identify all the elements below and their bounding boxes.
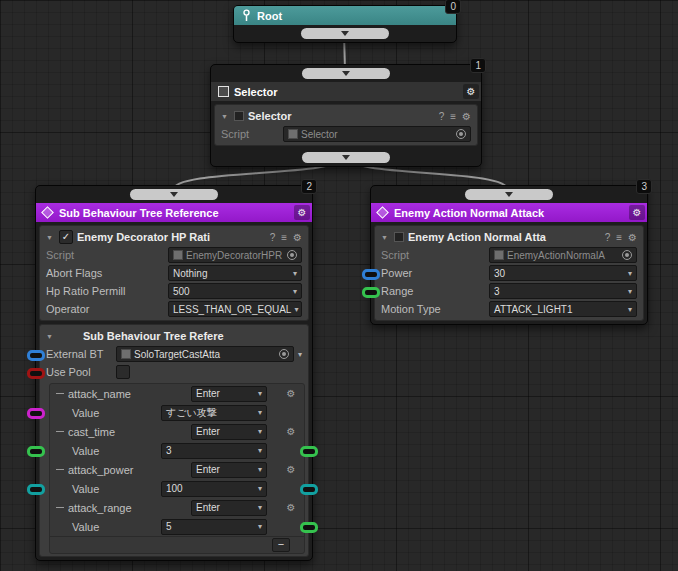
gear-icon[interactable]: ⚙ (287, 388, 296, 399)
use-pool-input-port[interactable] (27, 368, 45, 379)
node-root-titlebar[interactable]: Root (234, 6, 456, 25)
use-pool-checkbox[interactable] (116, 365, 130, 379)
object-picker-icon[interactable] (622, 250, 632, 260)
external-bt-row: External BT SoloTargetCastAtta ▾ (40, 345, 308, 363)
abort-flags-label: Abort Flags (46, 267, 164, 279)
node-root[interactable]: 0 Root (233, 5, 457, 43)
variable-value-row: Value 3 ▾ (50, 441, 304, 460)
gear-icon: ⚙ (467, 86, 476, 97)
reference-title: Sub Behaviour Tree Refere (83, 330, 302, 342)
variable-name: cast_time (68, 426, 187, 438)
external-bt-input-port[interactable] (27, 350, 45, 361)
variable-mode-dropdown[interactable]: Enter ▾ (191, 386, 267, 402)
variable-mode-value: Enter (196, 388, 220, 399)
remove-variable-button[interactable]: − (272, 538, 290, 552)
help-icon[interactable]: ? (605, 232, 611, 243)
graph-canvas[interactable]: 0 Root 1 Selector ⚙ ▼ Selector (0, 0, 678, 571)
power-input-port[interactable] (362, 269, 380, 280)
cast-time-value-input-port[interactable] (27, 446, 45, 457)
node-subtree-titlebar[interactable]: Sub Behaviour Tree Reference ⚙ (36, 203, 312, 222)
selector-inspector-header[interactable]: ▼ Selector ? ≡ ⚙ (215, 107, 477, 125)
dropdown-arrow-icon: ▾ (258, 522, 262, 531)
variable-mode-dropdown[interactable]: Enter ▾ (191, 424, 267, 440)
foldout-icon[interactable]: ▼ (46, 333, 55, 340)
script-row: Script Selector (215, 125, 477, 143)
hp-ratio-value: 500 (173, 286, 190, 297)
node-root-output-port[interactable] (301, 28, 389, 39)
node-attack-input-port[interactable] (465, 189, 553, 200)
node-attack-titlebar[interactable]: Enemy Action Normal Attack ⚙ (371, 203, 647, 222)
node-sub-behaviour-tree[interactable]: 2 Sub Behaviour Tree Reference ⚙ ▼ ✓ (35, 185, 313, 561)
abort-flags-dropdown[interactable]: Nothing ▾ (168, 265, 302, 281)
variable-mode-dropdown[interactable]: Enter ▾ (191, 500, 267, 516)
node-selector-titlebar[interactable]: Selector ⚙ (211, 82, 481, 101)
variable-mode-value: Enter (196, 464, 220, 475)
gear-icon[interactable]: ⚙ (628, 232, 637, 243)
foldout-icon[interactable]: ▼ (381, 234, 390, 241)
node-enemy-action-normal-attack[interactable]: 3 Enemy Action Normal Attack ⚙ ▼ Enemy A… (370, 185, 648, 325)
external-bt-field[interactable]: SoloTargetCastAtta (116, 346, 294, 362)
gear-icon[interactable]: ⚙ (287, 502, 296, 513)
dropdown-arrow-icon[interactable]: ▾ (298, 350, 302, 359)
node-settings-button[interactable]: ⚙ (629, 205, 645, 220)
dropdown-arrow-icon: ▾ (628, 287, 632, 296)
foldout-icon[interactable]: ▼ (221, 113, 230, 120)
gear-icon[interactable]: ⚙ (293, 232, 302, 243)
range-field[interactable]: 3 ▾ (489, 283, 637, 299)
dash-icon (56, 507, 64, 508)
reference-header-row[interactable]: ▼ Sub Behaviour Tree Refere (40, 327, 308, 345)
dash-icon (56, 469, 64, 470)
gear-icon[interactable]: ⚙ (287, 464, 296, 475)
foldout-icon[interactable]: ▼ (46, 234, 55, 241)
object-picker-icon[interactable] (456, 129, 466, 139)
dropdown-arrow-icon: ▾ (258, 446, 262, 455)
enabled-checkbox[interactable]: ✓ (59, 230, 73, 244)
range-input-port[interactable] (362, 287, 380, 298)
attack-name-value-input-port[interactable] (27, 408, 45, 419)
attack-power-value-input-port[interactable] (27, 484, 45, 495)
object-picker-icon[interactable] (279, 349, 289, 359)
variable-mode-dropdown[interactable]: Enter ▾ (191, 462, 267, 478)
dropdown-arrow-icon: ▾ (294, 305, 298, 314)
dropdown-arrow-icon: ▾ (258, 465, 262, 474)
dropdown-arrow-icon: ▾ (258, 389, 262, 398)
variable-value-field[interactable]: 3 ▾ (161, 443, 267, 459)
help-icon[interactable]: ? (439, 111, 445, 122)
motion-type-dropdown[interactable]: ATTACK_LIGHT1 ▾ (489, 301, 637, 317)
gear-icon[interactable]: ⚙ (462, 111, 471, 122)
presets-icon[interactable]: ≡ (616, 232, 622, 243)
attack-header-row[interactable]: ▼ Enemy Action Normal Atta ? ≡ ⚙ (375, 228, 643, 246)
attack-range-value-output-port[interactable] (300, 522, 318, 533)
attack-power-value-output-port[interactable] (300, 484, 318, 495)
dropdown-arrow-icon: ▾ (258, 484, 262, 493)
power-field[interactable]: 30 ▾ (489, 265, 637, 281)
hp-ratio-field[interactable]: 500 ▾ (168, 283, 302, 299)
object-picker-icon[interactable] (287, 250, 297, 260)
cast-time-value-output-port[interactable] (300, 446, 318, 457)
gear-icon[interactable]: ⚙ (287, 426, 296, 437)
presets-icon[interactable]: ≡ (281, 232, 287, 243)
variable-value-row: Value 100 ▾ (50, 479, 304, 498)
task-icon (394, 232, 404, 242)
variable-value-field[interactable]: 100 ▾ (161, 481, 267, 497)
node-attack-index-badge: 3 (636, 179, 652, 194)
node-selector-output-port[interactable] (302, 152, 390, 163)
dash-icon (56, 393, 64, 394)
power-value: 30 (494, 268, 505, 279)
node-selector[interactable]: 1 Selector ⚙ ▼ Selector ? ≡ ⚙ S (210, 64, 482, 167)
help-icon[interactable]: ? (270, 232, 276, 243)
node-settings-button[interactable]: ⚙ (463, 84, 479, 99)
operator-dropdown[interactable]: LESS_THAN_OR_EQUAL ▾ (168, 301, 302, 317)
node-subtree-input-port[interactable] (130, 189, 218, 200)
variable-value-field[interactable]: 5 ▾ (161, 519, 267, 535)
node-settings-button[interactable]: ⚙ (294, 205, 310, 220)
variable-name: attack_power (68, 464, 187, 476)
decorator-header-row[interactable]: ▼ ✓ Enemy Decorator HP Rati ? ≡ ⚙ (40, 228, 308, 246)
dash-icon (56, 431, 64, 432)
range-row: Range 3 ▾ (375, 282, 643, 300)
variable-value-field[interactable]: すごい攻撃 ▾ (161, 405, 267, 421)
variable-name: attack_range (68, 502, 187, 514)
presets-icon[interactable]: ≡ (450, 111, 456, 122)
node-selector-input-port[interactable] (302, 68, 390, 79)
node-root-index-badge: 0 (445, 0, 461, 14)
